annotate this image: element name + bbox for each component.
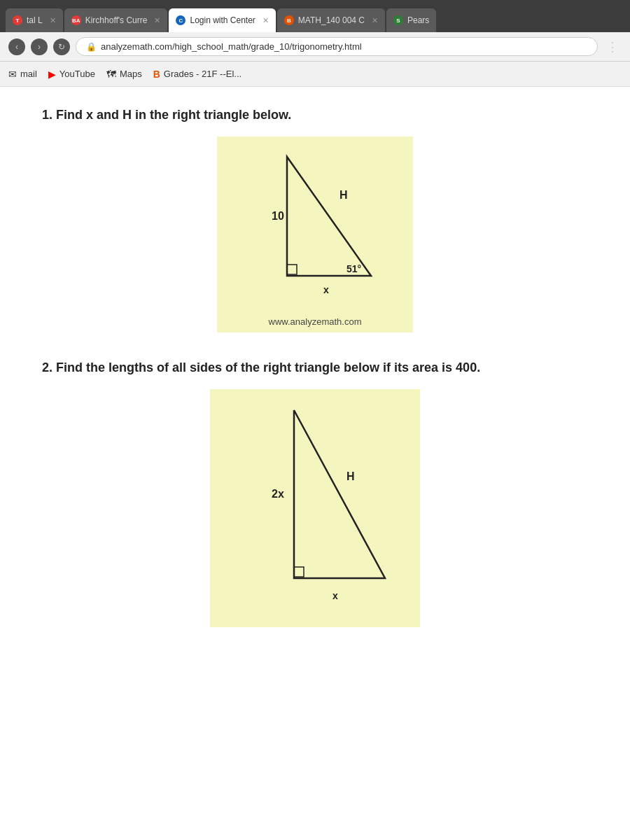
tab-tal[interactable]: T tal L ✕ [6, 8, 63, 32]
base-x-label-2: x [332, 590, 338, 601]
question-2: 2. Find the lengths of all sides of the … [42, 360, 588, 627]
svg-marker-2 [294, 410, 385, 578]
browser-tabs-row: T tal L ✕ BA Kirchhoff's Curre ✕ C Login… [0, 0, 630, 32]
tab-tal-label: tal L [27, 15, 43, 25]
address-text: analyzemath.com/high_school_math/grade_1… [101, 41, 362, 52]
bookmark-grades[interactable]: B Grades - 21F --El... [153, 69, 241, 80]
tab-kirchhoff-label: Kirchhoff's Curre [85, 15, 148, 25]
back-button[interactable]: ‹ [8, 38, 25, 55]
address-bar-row: ‹ › ↻ 🔒 analyzemath.com/high_school_math… [0, 32, 630, 62]
angle-51-label: 51° [346, 263, 361, 274]
bookmark-youtube[interactable]: ▶ YouTube [48, 69, 95, 80]
hyp-H-label: H [340, 189, 348, 201]
lock-icon: 🔒 [86, 42, 97, 52]
triangle-2-svg: 2x H x [224, 403, 406, 613]
bookmark-youtube-label: YouTube [59, 69, 95, 79]
maps-icon: 🗺 [106, 69, 116, 80]
bookmark-mail-label: mail [20, 69, 37, 79]
question-2-text: 2. Find the lengths of all sides of the … [42, 360, 588, 375]
tab-login[interactable]: C Login with Center ✕ [169, 8, 275, 32]
tab-pears-icon: S [393, 15, 403, 25]
tab-tal-close[interactable]: ✕ [50, 16, 56, 25]
tab-login-close[interactable]: ✕ [262, 16, 269, 25]
watermark-1: www.analyzemath.com [269, 316, 362, 327]
side-2x-label: 2x [272, 488, 284, 500]
tab-math-label: MATH_140 004 C [298, 15, 365, 25]
tab-math-close[interactable]: ✕ [372, 16, 378, 25]
forward-button[interactable]: › [31, 38, 48, 55]
tab-login-icon: C [176, 15, 186, 25]
tab-tal-icon: T [13, 15, 22, 25]
triangle-1-svg: 10 H 51° x [231, 143, 399, 311]
reload-button[interactable]: ↻ [53, 38, 70, 55]
triangle-2-wrapper: 2x H x [42, 389, 588, 627]
triangle-1-wrapper: 10 H 51° x www.analyzemath.com [42, 136, 588, 332]
tab-pears-label: Pears [407, 15, 429, 25]
bookmark-maps-label: Maps [120, 69, 142, 79]
tab-kirchhoff-icon: BA [71, 15, 81, 25]
tab-kirchhoff[interactable]: BA Kirchhoff's Curre ✕ [64, 8, 168, 32]
base-x-label: x [323, 284, 329, 295]
triangle-2-image: 2x H x [210, 389, 420, 627]
bookmark-grades-label: Grades - 21F --El... [164, 69, 241, 79]
more-options-icon[interactable]: ⋮ [603, 39, 622, 55]
side-10-label: 10 [272, 210, 284, 222]
mail-icon: ✉ [8, 69, 17, 80]
address-bar[interactable]: 🔒 analyzemath.com/high_school_math/grade… [76, 37, 598, 56]
hyp-H-label-2: H [346, 470, 355, 482]
tab-login-label: Login with Center [190, 15, 255, 25]
bookmarks-bar: ✉ mail ▶ YouTube 🗺 Maps B Grades - 21F -… [0, 62, 630, 87]
page-content: 1. Find x and H in the right triangle be… [0, 87, 630, 825]
triangle-1-image: 10 H 51° x www.analyzemath.com [217, 136, 413, 332]
grades-icon: B [153, 69, 160, 80]
youtube-icon: ▶ [48, 69, 56, 80]
svg-rect-1 [287, 265, 297, 274]
bookmark-mail[interactable]: ✉ mail [8, 69, 37, 80]
svg-rect-3 [294, 567, 304, 577]
tab-math[interactable]: B MATH_140 004 C ✕ [277, 8, 385, 32]
question-1-text: 1. Find x and H in the right triangle be… [42, 108, 588, 122]
tab-math-icon: B [284, 15, 294, 25]
question-1: 1. Find x and H in the right triangle be… [42, 108, 588, 332]
bookmark-maps[interactable]: 🗺 Maps [106, 69, 142, 80]
tab-pears[interactable]: S Pears [386, 8, 436, 32]
svg-marker-0 [287, 157, 371, 276]
tab-kirchhoff-close[interactable]: ✕ [154, 16, 160, 25]
